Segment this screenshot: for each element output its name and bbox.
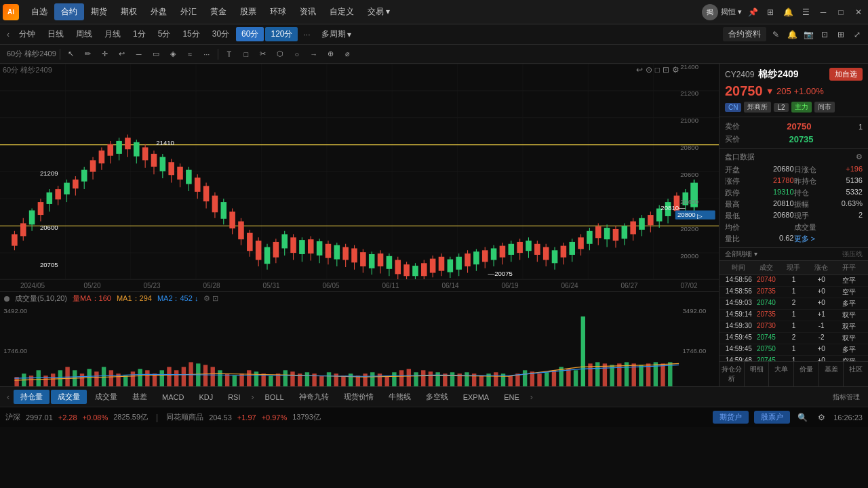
menu-gupiao[interactable]: 股票	[233, 3, 263, 20]
redo-settings[interactable]: ⚙	[672, 65, 679, 75]
btab-boll[interactable]: BOLL	[258, 391, 291, 403]
menu-zidingyi[interactable]: 自定义	[323, 3, 361, 20]
tf-15min[interactable]: 15分	[177, 27, 205, 41]
tf-bell-icon[interactable]: 🔔	[785, 28, 799, 41]
btab-vol1[interactable]: 成交量	[51, 390, 87, 404]
tag-more[interactable]: 间市	[814, 102, 835, 113]
tf-pencil-icon[interactable]: ✎	[769, 28, 783, 41]
menu-heyue[interactable]: 合约	[54, 3, 84, 20]
vol-settings-icon[interactable]: ⚙ ⊡	[203, 294, 218, 303]
menu-huangjin[interactable]: 黄金	[203, 3, 233, 20]
restore-icon[interactable]: □	[834, 5, 848, 19]
action-tab-community[interactable]: 社区	[844, 362, 868, 386]
tf-30min[interactable]: 30分	[207, 27, 235, 41]
action-tab-bigorders[interactable]: 大单	[769, 362, 794, 386]
draw-wave[interactable]: ≈	[182, 47, 197, 62]
undo-icon[interactable]: ↩	[636, 65, 643, 75]
draw-box[interactable]: □	[239, 47, 254, 62]
draw-circle[interactable]: ○	[290, 47, 304, 62]
draw-cursor[interactable]: ↖	[64, 47, 79, 62]
futures-account-button[interactable]: 期货户	[713, 411, 749, 424]
allday-toggle[interactable]: 强压线	[842, 249, 863, 259]
tf-camera-icon[interactable]: 📷	[802, 28, 815, 41]
tag-main[interactable]: 主力	[791, 102, 812, 113]
btab-positions[interactable]: 持仓量	[14, 390, 50, 404]
lock-icon[interactable]: 🔔	[781, 5, 795, 19]
tf-share-icon[interactable]: ⊡	[818, 28, 831, 41]
menu-zixun[interactable]: 资讯	[293, 3, 323, 20]
draw-pen[interactable]: ⌀	[340, 47, 355, 62]
btab-basis[interactable]: 基差	[125, 390, 154, 404]
btab-bullbear[interactable]: 牛熊线	[382, 390, 418, 404]
tf-grid-icon[interactable]: ⊞	[834, 28, 848, 41]
tf-contract-info[interactable]: 合约资料	[723, 27, 766, 41]
btab-rsi[interactable]: RSI	[221, 391, 247, 403]
settings-icon[interactable]: ☰	[799, 5, 812, 19]
btab-vol2[interactable]: 成交量	[88, 390, 124, 404]
draw-scissors[interactable]: ✂	[256, 47, 271, 62]
status-settings-icon[interactable]: ⚙	[814, 411, 828, 424]
minimize-icon[interactable]: ─	[816, 5, 830, 19]
tf-multiperiod[interactable]: 多周期 ▾	[316, 27, 357, 41]
tf-day[interactable]: 日线	[42, 27, 69, 41]
draw-rect[interactable]: ▭	[149, 47, 163, 62]
btab-left-arrow[interactable]: ‹	[4, 392, 12, 402]
action-tab-basis[interactable]: 基差	[819, 362, 844, 386]
user-profile[interactable]: 揭 揭恒 ▾	[702, 4, 742, 20]
stock-account-button[interactable]: 股票户	[754, 411, 790, 424]
btab-indicator-manage[interactable]: 指标管理	[829, 391, 864, 403]
btab-ene[interactable]: ENE	[497, 391, 526, 403]
tf-1min[interactable]: 1分	[127, 27, 151, 41]
tf-60min[interactable]: 60分	[236, 27, 264, 41]
tf-120min[interactable]: 120分	[265, 27, 298, 41]
menu-huanqiu[interactable]: 环球	[263, 3, 293, 20]
draw-fib[interactable]: ◈	[165, 47, 180, 62]
candlestick-chart[interactable]: 21410 21209 20705 20600 —20520 —20075 20…	[0, 64, 719, 279]
btab-magic9[interactable]: 神奇九转	[292, 390, 336, 404]
tf-week[interactable]: 周线	[71, 27, 98, 41]
add-favorite-button[interactable]: 加自选	[829, 68, 863, 81]
btab-expma[interactable]: EXPMA	[456, 391, 496, 403]
redo-lock[interactable]: ⊡	[663, 65, 669, 75]
tag-l2[interactable]: L2	[774, 103, 788, 112]
data-grid-settings[interactable]: ⚙	[856, 152, 863, 161]
draw-more1[interactable]: ···	[199, 47, 214, 62]
tf-more[interactable]: ···	[299, 28, 314, 41]
menu-qihuo[interactable]: 期货	[84, 3, 114, 20]
redo-square[interactable]: □	[655, 65, 660, 75]
tf-5min[interactable]: 5分	[153, 27, 176, 41]
tf-expand-icon[interactable]: ⤢	[850, 28, 864, 41]
draw-measure[interactable]: ⊕	[323, 47, 338, 62]
app-logo[interactable]: Ai	[3, 4, 19, 20]
action-tab-detail[interactable]: 明细	[745, 362, 770, 386]
btab-macd[interactable]: MACD	[155, 391, 191, 403]
action-tab-pricevol[interactable]: 价量	[794, 362, 819, 386]
window-icon[interactable]: ⊞	[764, 5, 777, 19]
btab-right-arrow1[interactable]: ›	[249, 392, 257, 402]
menu-jiaoyi[interactable]: 交易 ▾	[361, 3, 397, 20]
tag-cn[interactable]: CN	[725, 103, 741, 112]
draw-crosshair[interactable]: ✛	[98, 47, 113, 62]
btab-kdj[interactable]: KDJ	[192, 391, 220, 403]
status-search-icon[interactable]: 🔍	[795, 411, 809, 424]
tag-broker[interactable]: 郑商所	[744, 102, 771, 113]
tf-nav-left[interactable]: ‹	[4, 28, 12, 41]
menu-qiquan[interactable]: 期权	[114, 3, 144, 20]
draw-text[interactable]: T	[222, 47, 237, 62]
pin-icon[interactable]: 📌	[746, 5, 760, 19]
btab-spotprice[interactable]: 现货价情	[337, 390, 380, 404]
draw-hline[interactable]: ─	[132, 47, 146, 62]
action-tab-positions[interactable]: 持仓分析	[719, 362, 745, 386]
tf-minute[interactable]: 分钟	[14, 27, 41, 41]
draw-pencil[interactable]: ✏	[81, 47, 96, 62]
user-name[interactable]: 揭恒 ▾	[721, 7, 742, 17]
tf-month[interactable]: 月线	[99, 27, 126, 41]
menu-waipan[interactable]: 外盘	[144, 3, 174, 20]
btab-right-arrow2[interactable]: ›	[528, 392, 536, 402]
draw-rotate[interactable]: ↩	[115, 47, 130, 62]
menu-waihui[interactable]: 外汇	[174, 3, 203, 20]
draw-arrow[interactable]: →	[307, 47, 321, 62]
draw-tag[interactable]: ⬡	[273, 47, 288, 62]
close-icon[interactable]: ✕	[852, 5, 865, 19]
btab-longshort[interactable]: 多空线	[419, 390, 455, 404]
